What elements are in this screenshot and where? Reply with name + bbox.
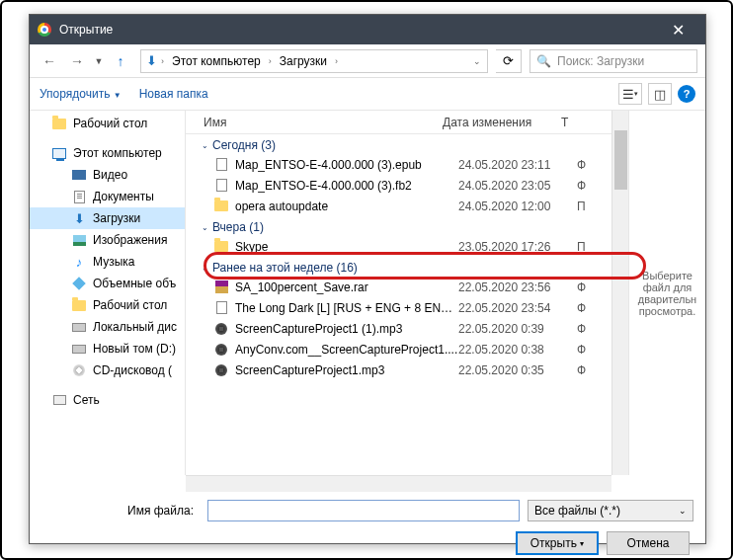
- mp3-icon: [213, 364, 229, 376]
- folder-icon: [213, 241, 229, 252]
- sidebar-item[interactable]: Локальный дис: [30, 316, 185, 338]
- file-row[interactable]: Map_ENTSO-E-4.000.000 (3).fb224.05.2020 …: [186, 175, 611, 196]
- sidebar-item[interactable]: Рабочий стол: [30, 113, 185, 134]
- folder-icon: [51, 116, 67, 131]
- filetype-dropdown[interactable]: Все файлы (*.*)⌄: [528, 500, 693, 521]
- mp3-icon: [213, 344, 229, 356]
- group-header[interactable]: ⌄ Ранее на этой неделе (16): [186, 257, 611, 277]
- file-row[interactable]: AnyConv.com__ScreenCaptureProject1....22…: [186, 339, 611, 360]
- chevron-right-icon: ›: [269, 56, 272, 66]
- organize-menu[interactable]: Упорядочить ▼: [40, 87, 122, 101]
- chrome-icon: [38, 23, 51, 37]
- hdd-icon: [71, 341, 87, 357]
- page-icon: [213, 301, 229, 314]
- sidebar-item[interactable]: ⬇Загрузки: [30, 207, 185, 229]
- search-placeholder: Поиск: Загрузки: [557, 54, 644, 68]
- file-row[interactable]: ScreenCaptureProject1 (1).mp322.05.2020 …: [186, 318, 611, 339]
- mp3-icon: [213, 323, 229, 335]
- breadcrumb-downloads[interactable]: Загрузки: [274, 52, 333, 70]
- file-row[interactable]: Map_ENTSO-E-4.000.000 (3).epub24.05.2020…: [186, 154, 611, 175]
- file-row[interactable]: SA_100percent_Save.rar22.05.2020 23:56Ф: [186, 277, 611, 297]
- rar-icon: [213, 280, 229, 293]
- folder-icon: [71, 297, 87, 313]
- cube-icon: [71, 276, 87, 291]
- file-row[interactable]: ScreenCaptureProject1.mp322.05.2020 0:35…: [186, 360, 611, 380]
- column-headers[interactable]: Имя Дата изменения Т: [186, 111, 611, 134]
- content: Имя Дата изменения Т ⌄ Сегодня (3)Map_EN…: [186, 111, 705, 475]
- filename-label: Имя файла:: [41, 504, 200, 518]
- bottom-panel: Имя файла: Все файлы (*.*)⌄ Открыть ▾ От…: [30, 492, 705, 560]
- file-row[interactable]: The Long Dark [L] [RUS + ENG + 8 ENG] (.…: [186, 297, 611, 318]
- refresh-button[interactable]: ⟳: [496, 49, 522, 73]
- close-button[interactable]: ✕: [658, 21, 697, 40]
- chevron-down-icon: ⌄: [202, 264, 208, 273]
- sidebar: Рабочий столЭтот компьютерВидеоДокументы…: [30, 111, 186, 475]
- sidebar-item[interactable]: Документы: [30, 186, 185, 207]
- sidebar-item[interactable]: Новый том (D:): [30, 338, 185, 360]
- page-icon: [213, 179, 229, 192]
- sidebar-item[interactable]: CD-дисковод (: [30, 360, 185, 381]
- file-list: Имя Дата изменения Т ⌄ Сегодня (3)Map_EN…: [186, 111, 611, 475]
- file-row[interactable]: opera autoupdate24.05.2020 12:00П: [186, 196, 611, 216]
- sidebar-item[interactable]: Изображения: [30, 229, 185, 251]
- main-area: Рабочий столЭтот компьютерВидеоДокументы…: [30, 110, 705, 475]
- net-icon: [51, 392, 67, 408]
- chevron-down-icon: ⌄: [202, 141, 208, 150]
- breadcrumb[interactable]: ⬇ › Этот компьютер › Загрузки › ⌄: [140, 49, 488, 73]
- search-icon: 🔍: [536, 54, 551, 68]
- file-row[interactable]: Skype23.05.2020 17:26П: [186, 236, 611, 257]
- preview-pane: Выберите файл для дварительн просмотра.: [628, 111, 705, 475]
- back-button[interactable]: ←: [38, 49, 61, 73]
- sidebar-item[interactable]: ♪Музыка: [30, 251, 185, 273]
- hdd-icon: [71, 319, 87, 335]
- navbar: ← → ▼ ↑ ⬇ › Этот компьютер › Загрузки › …: [30, 44, 705, 78]
- downloads-icon: ⬇: [143, 53, 159, 69]
- group-header[interactable]: ⌄ Сегодня (3): [186, 134, 611, 154]
- titlebar[interactable]: Открытие ✕: [30, 15, 705, 44]
- vertical-scrollbar[interactable]: [611, 111, 628, 475]
- view-options-button[interactable]: ☰ ▾: [618, 83, 642, 105]
- chevron-right-icon: ›: [335, 56, 338, 66]
- sidebar-item[interactable]: Рабочий стол: [30, 294, 185, 316]
- folder-icon: [213, 200, 229, 211]
- sidebar-item[interactable]: Объемные объ: [30, 273, 185, 294]
- new-folder-button[interactable]: Новая папка: [139, 87, 208, 101]
- search-box[interactable]: 🔍 Поиск: Загрузки: [529, 49, 697, 73]
- filename-input[interactable]: [207, 500, 520, 521]
- window-title: Открытие: [59, 23, 113, 37]
- history-dropdown[interactable]: ▼: [93, 56, 105, 66]
- file-open-dialog: Открытие ✕ ← → ▼ ↑ ⬇ › Этот компьютер › …: [29, 14, 706, 544]
- help-button[interactable]: ?: [678, 85, 695, 103]
- chevron-down-icon[interactable]: ⌄: [473, 56, 481, 66]
- page-icon: [213, 158, 229, 171]
- breadcrumb-this-pc[interactable]: Этот компьютер: [166, 52, 267, 70]
- img-icon: [71, 232, 87, 248]
- col-name[interactable]: Имя: [186, 116, 443, 129]
- disc-icon: [71, 362, 87, 378]
- horizontal-scrollbar[interactable]: [186, 475, 611, 492]
- group-header[interactable]: ⌄ Вчера (1): [186, 216, 611, 236]
- up-button[interactable]: ↑: [109, 49, 132, 73]
- sidebar-item[interactable]: Видео: [30, 164, 185, 186]
- preview-pane-button[interactable]: ◫: [648, 83, 672, 105]
- note-icon: ♪: [71, 254, 87, 270]
- doc-icon: [71, 189, 87, 204]
- forward-button[interactable]: →: [65, 49, 89, 73]
- open-button[interactable]: Открыть ▾: [516, 531, 599, 555]
- dl-icon: ⬇: [71, 210, 87, 226]
- col-type[interactable]: Т: [561, 116, 611, 129]
- sidebar-item[interactable]: Сеть: [30, 389, 185, 411]
- chevron-down-icon: ⌄: [202, 223, 208, 232]
- toolbar: Упорядочить ▼ Новая папка ☰ ▾ ◫ ?: [30, 78, 705, 110]
- cancel-button[interactable]: Отмена: [607, 531, 690, 555]
- col-date[interactable]: Дата изменения: [443, 116, 561, 129]
- pc-icon: [51, 145, 67, 161]
- tv-icon: [71, 167, 87, 183]
- chevron-right-icon: ›: [161, 56, 164, 66]
- sidebar-item[interactable]: Этот компьютер: [30, 142, 185, 164]
